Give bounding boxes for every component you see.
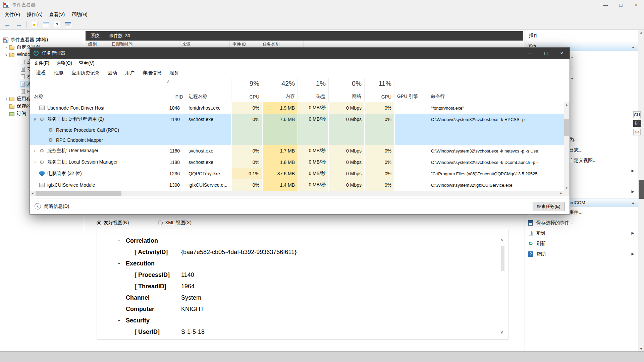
close-button[interactable]: ×	[629, 0, 644, 10]
column-gpu[interactable]: 11% GPU	[364, 78, 394, 102]
close-button[interactable]: ×	[554, 48, 570, 59]
task-manager-menu-options[interactable]: 选项(O)	[53, 60, 75, 66]
tree-item-label: 事件查看器 (本地)	[11, 37, 48, 43]
scroll-down-icon[interactable]: ∨	[500, 329, 503, 335]
ime-badge-0[interactable]: CH	[633, 111, 641, 118]
expander-icon[interactable]: ∨	[33, 117, 37, 122]
scroll-left-icon[interactable]: ◄	[31, 192, 34, 195]
process-row-qqpctray[interactable]: 电脑管家 (32 位)1236QQPCTray.exe0.1%87.6 MB0 …	[30, 168, 564, 179]
field-value: {baa7e582-cb05-4daf-b392-99363756f611}	[181, 246, 297, 258]
maximize-button[interactable]: □	[613, 0, 629, 10]
action-help-event[interactable]: ?帮助▶	[525, 249, 639, 259]
tab-performance[interactable]: 性能	[50, 68, 67, 78]
memory-cell	[262, 135, 298, 145]
field-key: [ ThreadID]	[135, 281, 166, 292]
minimize-button[interactable]: —	[598, 0, 613, 10]
scrollbar-thumb[interactable]	[501, 246, 504, 271]
friendly-view-radio[interactable]: 友好视图(N)	[97, 220, 129, 226]
scroll-up-icon[interactable]: ▲	[638, 31, 644, 34]
expander-icon[interactable]: ›	[33, 148, 37, 153]
action-refresh-event[interactable]: ↻刷新	[525, 238, 639, 249]
event-viewer-menu-action[interactable]: 操作(A)	[23, 12, 46, 18]
fewer-details-toggle[interactable]: ∧ 简略信息(D)	[35, 203, 69, 209]
process-table-body: Usermode Font Driver Host1048fontdrvhost…	[30, 102, 564, 191]
process-row-fontdrvhost[interactable]: Usermode Font Driver Host1048fontdrvhost…	[30, 102, 564, 114]
console-icon[interactable]	[65, 22, 71, 27]
list-column-2[interactable]: 来源	[179, 41, 230, 47]
column-disk[interactable]: 1% 磁盘	[298, 78, 328, 102]
list-column-4[interactable]: 任务类别	[260, 41, 304, 47]
column-process-name[interactable]: 进程名称	[186, 78, 231, 102]
process-child-row[interactable]: ⚙Remote Procedure Call (RPC)	[30, 125, 564, 135]
window-icon[interactable]	[43, 22, 49, 27]
column-cpu[interactable]: 9% CPU	[231, 78, 262, 102]
action-copy[interactable]: 复制▶	[525, 228, 639, 238]
back-icon[interactable]: ←	[4, 21, 11, 28]
scroll-right-icon[interactable]: ►	[560, 192, 562, 195]
process-row-svchost-rpcss[interactable]: ∨⚙服务主机: 远程过程调用 (2)1140svchost.exe0%7.6 M…	[30, 114, 564, 125]
horizontal-scrollbar[interactable]: ◄ ►	[30, 191, 564, 196]
process-row-svchost-usermanager[interactable]: ›⚙服务主机: User Manager1160svchost.exe0%1.7…	[30, 145, 564, 157]
action-save-selected-events[interactable]: 保存选择的事件...	[525, 218, 639, 228]
end-task-button[interactable]: 结束任务(E)	[533, 202, 565, 211]
tab-processes[interactable]: 进程	[32, 68, 50, 78]
xml-view-radio[interactable]: XML 视图(X)	[158, 220, 192, 226]
expander-icon[interactable]: ›	[4, 45, 9, 50]
process-row-svchost-lsm[interactable]: ›⚙服务主机: Local Session Manager1188svchost…	[30, 157, 564, 168]
scroll-down-icon[interactable]: ▼	[564, 187, 570, 190]
scroll-up-icon[interactable]: ∧	[500, 237, 503, 242]
field-key: [ ProcessID]	[135, 269, 170, 281]
task-manager-menu-view[interactable]: 查看(V)	[75, 60, 98, 66]
subscription-icon	[9, 112, 14, 116]
expander-icon[interactable]: ∨	[4, 52, 9, 57]
document-icon[interactable]	[32, 22, 38, 27]
task-manager-menu-file[interactable]: 文件(F)	[31, 60, 53, 66]
scrollbar-thumb[interactable]	[639, 180, 644, 199]
section-label: Security	[126, 315, 150, 326]
disk-cell: 0 MB/秒	[298, 145, 328, 157]
collapse-circle-icon: ∧	[35, 203, 41, 209]
vertical-scrollbar[interactable]: ▲ ▼	[564, 102, 570, 191]
tab-details[interactable]: 详细信息	[139, 68, 165, 78]
forward-icon[interactable]: →	[15, 21, 22, 28]
column-network[interactable]: 0% 网络	[328, 78, 364, 102]
maximize-button[interactable]: □	[538, 48, 554, 59]
process-row-igfxcuiservice[interactable]: igfxCUIService Module1300igfxCUIService.…	[30, 179, 564, 191]
event-viewer-menu-view[interactable]: 查看(V)	[46, 12, 68, 18]
field-value: System	[181, 292, 201, 303]
column-command-line[interactable]: 命令行	[428, 78, 564, 102]
process-table-header[interactable]: ∧ 名称 PID 进程名称 9% CPU 42% 内存 1% 磁盘	[30, 78, 564, 102]
minimize-button[interactable]: —	[522, 48, 538, 59]
actions-scrollbar[interactable]: ▲ ▼	[638, 30, 644, 352]
event-viewer-menu-file[interactable]: 文件(F)	[1, 12, 23, 18]
command-line-cell	[428, 135, 564, 145]
expander-icon[interactable]: ›	[33, 160, 37, 165]
expander-icon[interactable]: ›	[4, 97, 9, 101]
column-name[interactable]: 名称	[30, 78, 164, 102]
scrollbar-thumb[interactable]	[564, 119, 569, 136]
column-gpu-engine[interactable]: GPU 引擎	[394, 78, 428, 102]
ime-badge-1[interactable]: 拼	[633, 120, 641, 127]
cpu-cell: 0%	[231, 179, 262, 191]
list-column-3[interactable]: 事件 ID	[230, 41, 260, 47]
ime-badge-2[interactable]: 中	[633, 129, 641, 135]
column-memory[interactable]: 42% 内存	[262, 78, 298, 102]
details-field: [ UserID]S-1-5-18	[97, 326, 495, 338]
tab-startup[interactable]: 启动	[104, 68, 121, 78]
event-list-column-headers: 级别日期和时间来源事件 ID任务类别	[86, 41, 523, 48]
tab-services[interactable]: 服务	[165, 68, 183, 78]
process-child-row[interactable]: ⚙RPC Endpoint Mapper	[30, 135, 564, 145]
task-manager-tabs: 进程性能应用历史记录启动用户详细信息服务	[30, 68, 570, 78]
help-icon[interactable]: ?	[54, 22, 60, 27]
details-section: -Security	[97, 315, 495, 326]
tab-users[interactable]: 用户	[121, 68, 139, 78]
scroll-down-icon[interactable]: ▼	[638, 347, 644, 351]
task-manager-titlebar[interactable]: 任务管理器 — □ ×	[30, 48, 570, 59]
event-viewer-menu-help[interactable]: 帮助(H)	[68, 12, 91, 18]
list-column-1[interactable]: 日期和时间	[109, 41, 179, 47]
tab-app-history[interactable]: 应用历史记录	[67, 68, 104, 78]
list-column-0[interactable]: 级别	[86, 41, 109, 47]
scroll-up-icon[interactable]: ▲	[564, 103, 570, 106]
tree-item-root[interactable]: 事件查看器 (本地)	[0, 36, 84, 44]
scrollbar-thumb[interactable]	[36, 191, 121, 196]
